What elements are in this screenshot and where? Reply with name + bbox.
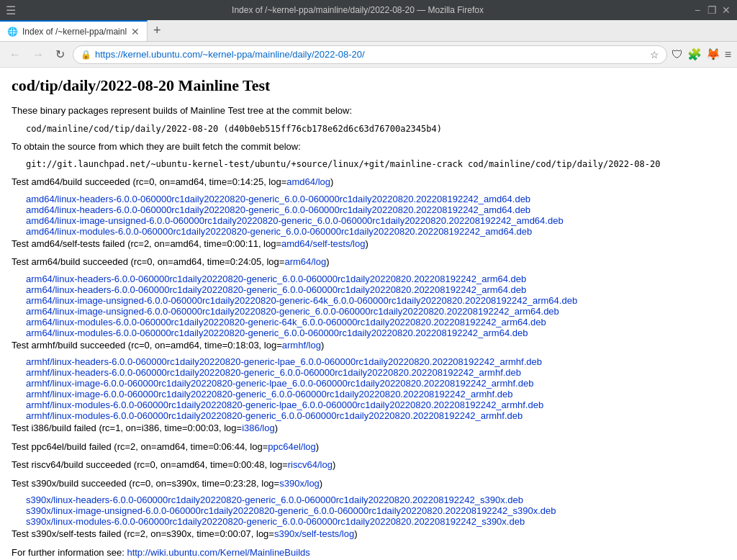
i386-log-link[interactable]: i386/log [242, 423, 275, 433]
s390x-log-link[interactable]: s390x/log [279, 478, 320, 489]
file-link[interactable]: armhf/linux-image-6.0.0-060000rc1daily20… [26, 378, 533, 389]
forward-button[interactable]: → [29, 47, 48, 63]
amd64-build-text: Test amd64/build succeeded (rc=0, on=amd… [12, 176, 286, 187]
maximize-button[interactable]: ❐ [707, 5, 717, 15]
file-link[interactable]: arm64/linux-modules-6.0.0-060000rc1daily… [26, 317, 546, 328]
armhf-build-files: armhf/linux-headers-6.0.0-060000rc1daily… [26, 356, 725, 421]
navbar: ← → ↻ 🔒 ☆ 🛡 🧩 🦊 ≡ [0, 42, 737, 68]
riscv64-log-link[interactable]: riscv64/log [288, 459, 333, 470]
window-title: Index of /~kernel-ppa/mainline/daily/202… [23, 5, 692, 15]
new-tab-button[interactable]: + [148, 20, 167, 41]
section-arm64-build: Test arm64/build succeeded (rc=0, on=amd… [12, 255, 725, 269]
file-link[interactable]: armhf/linux-modules-6.0.0-060000rc1daily… [26, 399, 543, 410]
reload-button[interactable]: ↻ [52, 46, 68, 63]
file-link[interactable]: arm64/linux-headers-6.0.0-060000rc1daily… [26, 274, 526, 284]
extensions-button[interactable]: 🧩 [687, 48, 702, 61]
tab-favicon: 🌐 [7, 27, 18, 37]
firefox-icon[interactable]: 🦊 [706, 48, 720, 61]
window-controls: − ❐ ✕ [692, 5, 731, 15]
file-link[interactable]: armhf/linux-modules-6.0.0-060000rc1daily… [26, 410, 523, 421]
s390x-self-tests-log-link[interactable]: s390x/self-tests/log [274, 528, 354, 539]
file-link[interactable]: armhf/linux-headers-6.0.0-060000rc1daily… [26, 367, 521, 378]
arm64-build-files: arm64/linux-headers-6.0.0-060000rc1daily… [26, 274, 725, 338]
section-ppc64el-build: Test ppc64el/build failed (rc=2, on=amd6… [12, 440, 725, 454]
file-link[interactable]: amd64/linux-modules-6.0.0-060000rc1daily… [26, 226, 532, 237]
page-title: cod/tip/daily/2022-08-20 Mainline Test [12, 76, 725, 95]
minimize-button[interactable]: − [692, 5, 702, 15]
tab-close-icon[interactable]: ✕ [131, 26, 140, 37]
section-i386-build: Test i386/build failed (rc=1, on=i386, t… [12, 421, 725, 435]
file-link[interactable]: s390x/linux-headers-6.0.0-060000rc1daily… [26, 494, 523, 505]
commit-line: cod/mainline/cod/tip/daily/2022-08-20 (d… [26, 122, 725, 135]
file-link[interactable]: arm64/linux-headers-6.0.0-060000rc1daily… [26, 284, 526, 295]
file-link[interactable]: armhf/linux-headers-6.0.0-060000rc1daily… [26, 356, 542, 367]
file-link[interactable]: arm64/linux-image-unsigned-6.0.0-060000r… [26, 306, 559, 317]
mainline-builds-link[interactable]: http://wiki.ubuntu.com/Kernel/MainlineBu… [127, 547, 309, 558]
section-riscv64-build: Test riscv64/build succeeded (rc=0, on=a… [12, 458, 725, 472]
source-intro: To obtain the source from which they are… [12, 140, 725, 154]
file-link[interactable]: s390x/linux-image-unsigned-6.0.0-060000r… [26, 505, 556, 516]
section-s390x-build: Test s390x/build succeeded (rc=0, on=s39… [12, 477, 725, 491]
address-bar[interactable]: 🔒 ☆ [73, 45, 667, 64]
file-link[interactable]: arm64/linux-image-unsigned-6.0.0-060000r… [26, 295, 577, 306]
section-s390x-self-tests: Test s390x/self-tests failed (rc=2, on=s… [12, 527, 725, 541]
titlebar: ☰ Index of /~kernel-ppa/mainline/daily/2… [0, 0, 737, 20]
page-content: cod/tip/daily/2022-08-20 Mainline Test T… [0, 68, 737, 560]
further-info: For further information see: http://wiki… [12, 546, 725, 560]
bookmark-star-icon[interactable]: ☆ [650, 49, 659, 60]
menu-icon[interactable]: ☰ [6, 4, 16, 17]
amd64-build-files: amd64/linux-headers-6.0.0-060000rc1daily… [26, 194, 725, 237]
source-line: git://git.launchpad.net/~ubuntu-kernel-t… [26, 158, 725, 171]
file-link[interactable]: amd64/linux-headers-6.0.0-060000rc1daily… [26, 194, 530, 204]
file-link[interactable]: s390x/linux-modules-6.0.0-060000rc1daily… [26, 516, 525, 527]
section-amd64-self-tests: Test amd64/self-tests failed (rc=2, on=a… [12, 237, 725, 251]
lock-icon: 🔒 [81, 50, 91, 60]
s390x-build-files: s390x/linux-headers-6.0.0-060000rc1daily… [26, 494, 725, 527]
amd64-log-link[interactable]: amd64/log [286, 176, 330, 187]
back-button[interactable]: ← [6, 47, 24, 63]
section-amd64-build: Test amd64/build succeeded (rc=0, on=amd… [12, 175, 725, 189]
file-link[interactable]: amd64/linux-image-unsigned-6.0.0-060000r… [26, 215, 564, 226]
active-tab[interactable]: 🌐 Index of /~kernel-ppa/mainl ✕ [0, 20, 148, 41]
amd64-self-tests-log-link[interactable]: amd64/self-tests/log [281, 238, 365, 249]
arm64-log-link[interactable]: arm64/log [284, 256, 326, 267]
armhf-log-link[interactable]: armhf/log [282, 340, 321, 351]
tab-title: Index of /~kernel-ppa/mainl [22, 27, 127, 37]
tabbar: 🌐 Index of /~kernel-ppa/mainl ✕ + [0, 20, 737, 42]
intro-text: These binary packages represent builds o… [12, 104, 725, 118]
close-button[interactable]: ✕ [721, 5, 731, 15]
file-link[interactable]: arm64/linux-modules-6.0.0-060000rc1daily… [26, 328, 528, 338]
ppc64el-log-link[interactable]: ppc64el/log [268, 441, 316, 452]
file-link[interactable]: armhf/linux-image-6.0.0-060000rc1daily20… [26, 389, 513, 399]
url-input[interactable] [95, 49, 646, 60]
file-link[interactable]: amd64/linux-headers-6.0.0-060000rc1daily… [26, 204, 530, 215]
shield-button[interactable]: 🛡 [672, 48, 683, 61]
hamburger-menu-button[interactable]: ≡ [725, 48, 731, 61]
nav-right-buttons: 🛡 🧩 🦊 ≡ [672, 48, 731, 61]
section-armhf-build: Test armhf/build succeeded (rc=0, on=amd… [12, 338, 725, 353]
